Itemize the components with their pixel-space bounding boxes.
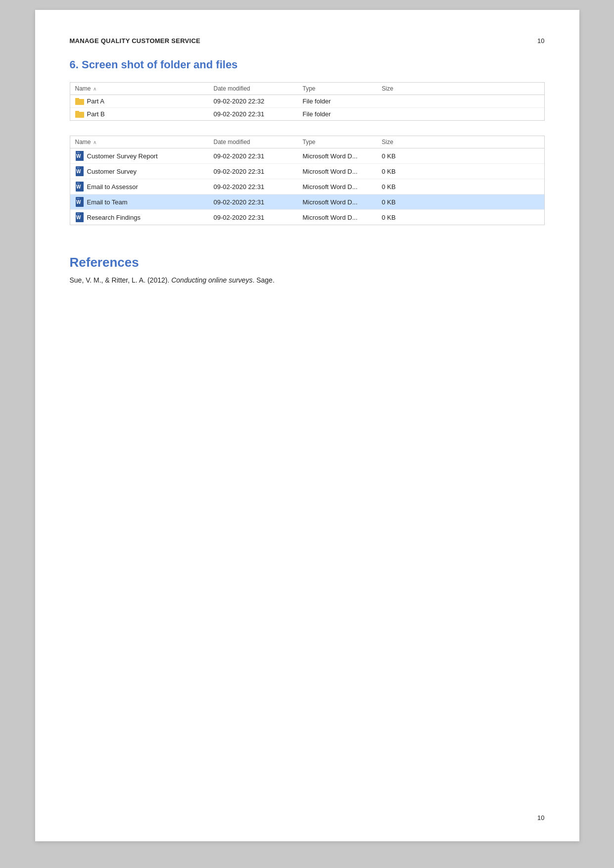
folders-table-header: Name ∧ Date modified Type Size xyxy=(70,83,544,95)
table-row[interactable]: W Research Findings 09-02-2020 22:31 Mic… xyxy=(70,210,544,225)
files-table-header: Name ∧ Date modified Type Size xyxy=(70,136,544,148)
row-name-label: Part A xyxy=(87,97,104,105)
col-name-header: Name ∧ xyxy=(75,85,214,92)
row-date: 09-02-2020 22:31 xyxy=(214,214,303,221)
svg-rect-3 xyxy=(75,111,79,112)
row-size: 0 KB xyxy=(382,168,422,175)
table-row[interactable]: W Customer Survey 09-02-2020 22:31 Micro… xyxy=(70,164,544,179)
svg-rect-10 xyxy=(77,167,80,168)
col-name-label: Name xyxy=(75,139,91,145)
svg-rect-2 xyxy=(75,112,84,118)
table-row[interactable]: W Email to Team 09-02-2020 22:31 Microso… xyxy=(70,194,544,210)
folders-explorer: Name ∧ Date modified Type Size Part A 09… xyxy=(70,82,545,121)
row-name-label: Email to Assessor xyxy=(87,183,138,191)
section-heading: 6. Screen shot of folder and files xyxy=(70,58,545,71)
col-date-header: Date modified xyxy=(214,139,303,145)
row-name-cell: W Customer Survey xyxy=(75,166,214,176)
svg-rect-13 xyxy=(77,183,80,184)
row-name-label: Part B xyxy=(87,110,105,118)
row-type: Microsoft Word D... xyxy=(303,152,382,160)
references-text-end: . Sage. xyxy=(252,276,274,284)
page: MANAGE QUALITY CUSTOMER SERVICE 10 6. Sc… xyxy=(35,10,579,841)
row-name-cell: W Email to Assessor xyxy=(75,182,214,192)
svg-rect-16 xyxy=(77,198,80,199)
row-type: Microsoft Word D... xyxy=(303,214,382,221)
svg-rect-1 xyxy=(75,98,79,99)
col-name-header: Name ∧ xyxy=(75,139,214,145)
svg-text:W: W xyxy=(76,169,81,174)
row-name-cell: W Customer Survey Report xyxy=(75,151,214,161)
row-date: 09-02-2020 22:32 xyxy=(214,97,303,105)
word-doc-icon: W xyxy=(75,166,84,176)
col-date-header: Date modified xyxy=(214,85,303,92)
references-text-plain: Sue, V. M., & Ritter, L. A. (2012). xyxy=(70,276,172,284)
row-type: Microsoft Word D... xyxy=(303,198,382,206)
row-date: 09-02-2020 22:31 xyxy=(214,110,303,118)
row-date: 09-02-2020 22:31 xyxy=(214,168,303,175)
word-doc-icon: W xyxy=(75,212,84,222)
col-size-header: Size xyxy=(382,139,422,145)
page-number-top: 10 xyxy=(537,37,544,45)
svg-text:W: W xyxy=(76,199,81,205)
col-size-header: Size xyxy=(382,85,422,92)
col-type-header: Type xyxy=(303,139,382,145)
sort-arrow-icon: ∧ xyxy=(93,140,96,145)
page-header: MANAGE QUALITY CUSTOMER SERVICE 10 xyxy=(70,37,545,45)
row-size: 0 KB xyxy=(382,152,422,160)
row-name-label: Research Findings xyxy=(87,214,141,221)
files-explorer: Name ∧ Date modified Type Size W Custome… xyxy=(70,136,545,225)
references-section: References Sue, V. M., & Ritter, L. A. (… xyxy=(70,255,545,286)
row-size: 0 KB xyxy=(382,214,422,221)
row-name-label: Customer Survey Report xyxy=(87,152,158,160)
svg-rect-19 xyxy=(77,213,80,214)
col-type-header: Type xyxy=(303,85,382,92)
svg-rect-7 xyxy=(77,152,80,153)
row-size: 0 KB xyxy=(382,198,422,206)
svg-text:W: W xyxy=(76,184,81,190)
row-type: File folder xyxy=(303,97,382,105)
svg-rect-0 xyxy=(75,99,84,105)
folder-icon xyxy=(75,110,84,118)
row-name-cell: W Email to Team xyxy=(75,197,214,207)
row-name-cell: W Research Findings xyxy=(75,212,214,222)
table-row[interactable]: W Email to Assessor 09-02-2020 22:31 Mic… xyxy=(70,179,544,194)
page-number-bottom: 10 xyxy=(537,814,544,821)
header-title: MANAGE QUALITY CUSTOMER SERVICE xyxy=(70,37,200,45)
row-type: Microsoft Word D... xyxy=(303,183,382,191)
folder-icon xyxy=(75,97,84,105)
references-text: Sue, V. M., & Ritter, L. A. (2012). Cond… xyxy=(70,275,545,286)
row-date: 09-02-2020 22:31 xyxy=(214,152,303,160)
references-text-italic: Conducting online surveys xyxy=(171,276,252,284)
references-heading: References xyxy=(70,255,545,270)
row-name-label: Email to Team xyxy=(87,198,128,206)
row-name-label: Customer Survey xyxy=(87,168,137,175)
word-doc-icon: W xyxy=(75,151,84,161)
word-doc-icon: W xyxy=(75,182,84,192)
svg-text:W: W xyxy=(76,215,81,220)
word-doc-icon: W xyxy=(75,197,84,207)
row-date: 09-02-2020 22:31 xyxy=(214,183,303,191)
table-row[interactable]: Part A 09-02-2020 22:32 File folder xyxy=(70,95,544,108)
row-type: File folder xyxy=(303,110,382,118)
row-name-cell: Part A xyxy=(75,97,214,105)
sort-arrow-icon: ∧ xyxy=(93,86,96,92)
row-name-cell: Part B xyxy=(75,110,214,118)
row-type: Microsoft Word D... xyxy=(303,168,382,175)
table-row[interactable]: W Customer Survey Report 09-02-2020 22:3… xyxy=(70,148,544,164)
col-name-label: Name xyxy=(75,85,91,92)
table-row[interactable]: Part B 09-02-2020 22:31 File folder xyxy=(70,108,544,120)
svg-text:W: W xyxy=(76,153,81,159)
row-size: 0 KB xyxy=(382,183,422,191)
row-date: 09-02-2020 22:31 xyxy=(214,198,303,206)
